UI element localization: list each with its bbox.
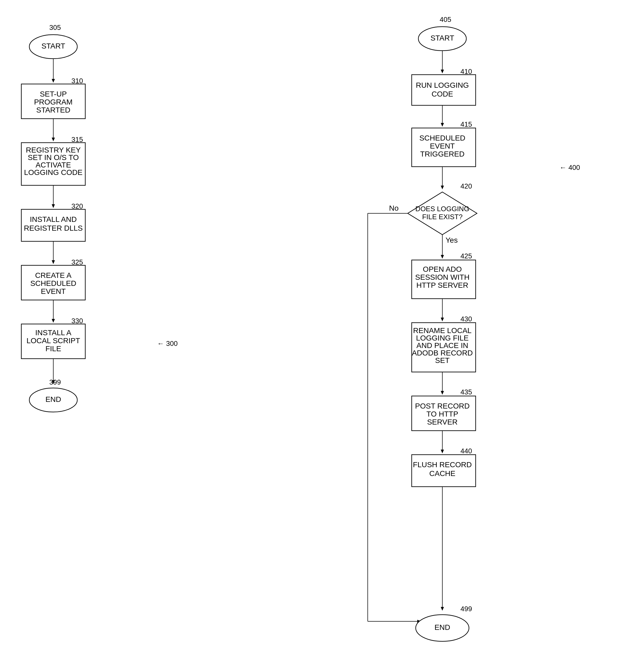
ref-430: 430 <box>460 315 472 323</box>
node-425-label-2: SESSION WITH <box>415 273 470 281</box>
node-315-label-1: REGISTRY KEY <box>26 146 81 154</box>
arrowhead-440-499 <box>441 607 444 611</box>
ref-499: 499 <box>460 605 472 613</box>
left-ref-label: ← 300 <box>157 339 178 347</box>
arrowhead-430-435 <box>441 391 444 395</box>
decision-yes-label: Yes <box>446 236 458 244</box>
node-415-label-1: SCHEDULED <box>420 134 466 142</box>
node-430-label-3: AND PLACE IN <box>417 341 469 350</box>
node-435-label-1: POST RECORD <box>415 402 470 410</box>
ref-405: 405 <box>440 16 451 23</box>
node-405-label: START <box>430 34 454 42</box>
node-415-label-2: EVENT <box>430 142 455 150</box>
node-325-label-2: SCHEDULED <box>30 279 76 287</box>
arrowhead-410-415 <box>441 123 444 127</box>
right-ref-label: ← 400 <box>559 164 580 171</box>
ref-305: 305 <box>49 23 61 31</box>
node-410-label-1: RUN LOGGING <box>416 81 469 89</box>
node-430-label-5: SET <box>435 356 450 364</box>
ref-420: 420 <box>460 182 472 190</box>
node-325-label-1: CREATE A <box>35 271 72 280</box>
node-440-label-2: CACHE <box>429 469 455 478</box>
node-325-label-3: EVENT <box>41 287 66 295</box>
ref-315: 315 <box>71 136 83 143</box>
node-420-label-2: FILE EXIST? <box>422 213 462 221</box>
ref-399: 399 <box>49 378 61 386</box>
ref-310: 310 <box>71 77 83 85</box>
node-315-label-2: SET IN O/S TO <box>28 153 79 162</box>
node-435-label-3: SERVER <box>427 418 458 426</box>
arrowhead-yes-425 <box>441 255 444 259</box>
arrowhead-405-410 <box>441 70 444 73</box>
node-330-label-1: INSTALL A <box>35 329 71 337</box>
ref-320: 320 <box>71 202 83 210</box>
ref-415: 415 <box>460 120 472 128</box>
node-315-label-4: LOGGING CODE <box>24 168 82 176</box>
arrowhead-425-430 <box>441 318 444 321</box>
arrowhead-435-440 <box>441 450 444 453</box>
arrowhead-325-330 <box>52 319 55 323</box>
node-410-label-2: CODE <box>432 90 453 98</box>
arrowhead-315-320 <box>52 204 55 208</box>
arrowhead-305-310 <box>52 79 55 83</box>
ref-425: 425 <box>460 252 472 260</box>
ref-440: 440 <box>460 447 472 455</box>
decision-no-label: No <box>389 204 399 212</box>
ref-330: 330 <box>71 317 83 325</box>
node-315-label-3: ACTIVATE <box>36 161 71 169</box>
node-330-label-3: FILE <box>45 344 61 353</box>
node-425-label-3: HTTP SERVER <box>416 281 468 289</box>
node-430-label-2: LOGGING FILE <box>416 334 469 342</box>
arrowhead-415-420 <box>441 186 444 189</box>
node-310-label-1: SET-UP <box>40 90 67 98</box>
node-310-label-2: PROGRAM <box>34 98 73 106</box>
node-330-label-2: LOCAL SCRIPT <box>26 337 80 345</box>
node-415-label-3: TRIGGERED <box>420 150 465 158</box>
ref-410: 410 <box>460 68 472 75</box>
node-425-label-1: OPEN ADO <box>423 265 462 273</box>
node-420-label-1: DOES LOGGING <box>416 205 469 213</box>
node-310-label-3: STARTED <box>36 106 70 114</box>
node-320-label-1: INSTALL AND <box>30 215 77 223</box>
ref-325: 325 <box>71 258 83 266</box>
node-435-label-2: TO HTTP <box>426 410 458 418</box>
node-440-label-1: FLUSH RECORD <box>413 460 472 469</box>
arrowhead-310-315 <box>52 138 55 141</box>
node-430-label-4: ADODB RECORD <box>412 349 473 357</box>
ref-435: 435 <box>460 388 472 396</box>
node-499-label: END <box>434 623 450 631</box>
node-430-label-1: RENAME LOCAL <box>413 327 471 335</box>
diagram-container: ← 300 305 START 310 SET-UP PROGRAM START… <box>0 0 627 672</box>
node-305-label: START <box>41 42 65 50</box>
node-399-label: END <box>45 395 61 404</box>
arrowhead-320-325 <box>52 260 55 264</box>
node-320-label-2: REGISTER DLLS <box>24 224 83 232</box>
